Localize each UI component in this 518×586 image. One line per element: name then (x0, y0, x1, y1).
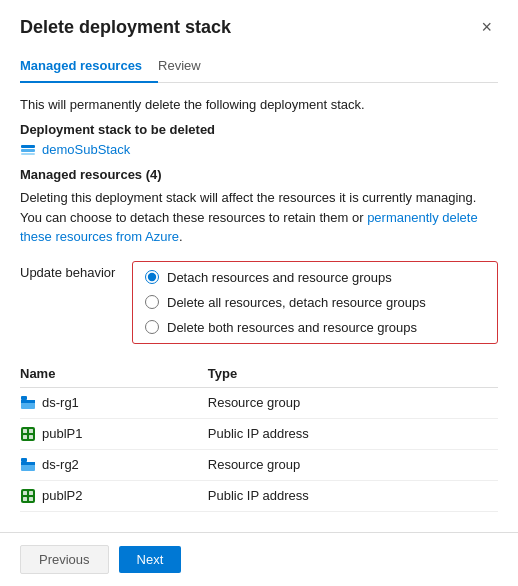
deployment-stack-name: demoSubStack (42, 142, 130, 157)
tab-review[interactable]: Review (158, 50, 217, 83)
next-button[interactable]: Next (119, 546, 182, 573)
table-row: ds-rg2Resource group (20, 449, 498, 480)
resource-type-cell: Public IP address (208, 480, 498, 511)
svg-rect-16 (29, 491, 33, 495)
svg-rect-6 (21, 427, 35, 441)
resource-name-cell: publP2 (20, 480, 208, 511)
resource-group-icon (20, 395, 36, 411)
dialog-body: This will permanently delete the followi… (0, 83, 518, 524)
svg-rect-18 (29, 497, 33, 501)
public-ip-icon (20, 426, 36, 442)
table-row: ds-rg1Resource group (20, 387, 498, 418)
dialog-header: Delete deployment stack × (0, 0, 518, 38)
svg-rect-3 (21, 396, 27, 400)
resource-name-cell: ds-rg2 (20, 449, 208, 480)
svg-rect-10 (29, 435, 33, 439)
svg-rect-9 (23, 435, 27, 439)
svg-rect-8 (29, 429, 33, 433)
resource-name-cell: publP1 (20, 418, 208, 449)
svg-rect-13 (21, 462, 35, 465)
resource-name-cell: ds-rg1 (20, 387, 208, 418)
resource-cell: publP1 (20, 426, 200, 442)
update-behavior-row: Update behavior Detach resources and res… (20, 261, 498, 344)
stack-icon (20, 141, 36, 157)
deployment-stack-link[interactable]: demoSubStack (20, 141, 498, 157)
table-row: publP1Public IP address (20, 418, 498, 449)
close-button[interactable]: × (475, 16, 498, 38)
resource-name: ds-rg2 (42, 457, 79, 472)
delete-deployment-stack-dialog: Delete deployment stack × Managed resour… (0, 0, 518, 586)
radio-delete-both-input[interactable] (145, 320, 159, 334)
resource-type-cell: Resource group (208, 449, 498, 480)
managed-resources-label: Managed resources (4) (20, 167, 498, 182)
warning-text: Deleting this deployment stack will affe… (20, 188, 498, 247)
col-type: Type (208, 360, 498, 388)
radio-detach-input[interactable] (145, 270, 159, 284)
svg-rect-0 (21, 145, 35, 148)
public-ip-icon (20, 488, 36, 504)
resource-cell: ds-rg2 (20, 457, 200, 473)
svg-rect-1 (21, 149, 35, 152)
info-text: This will permanently delete the followi… (20, 97, 498, 112)
radio-group: Detach resources and resource groups Del… (132, 261, 498, 344)
dialog-footer: Previous Next (0, 532, 518, 586)
update-behavior-label: Update behavior (20, 261, 120, 280)
svg-rect-14 (21, 489, 35, 503)
deployment-stack-section-label: Deployment stack to be deleted (20, 122, 498, 137)
resource-type-cell: Public IP address (208, 418, 498, 449)
radio-delete-all-input[interactable] (145, 295, 159, 309)
resource-type-cell: Resource group (208, 387, 498, 418)
resource-cell: ds-rg1 (20, 395, 200, 411)
col-name: Name (20, 360, 208, 388)
tab-managed-resources[interactable]: Managed resources (20, 50, 158, 83)
table-row: publP2Public IP address (20, 480, 498, 511)
svg-rect-2 (21, 153, 35, 155)
svg-rect-5 (21, 400, 35, 403)
svg-rect-11 (21, 458, 27, 462)
resources-table: Name Type ds-rg1Resource group publP1Pub… (20, 360, 498, 512)
radio-delete-both[interactable]: Delete both resources and resource group… (145, 320, 485, 335)
radio-detach[interactable]: Detach resources and resource groups (145, 270, 485, 285)
radio-delete-all[interactable]: Delete all resources, detach resource gr… (145, 295, 485, 310)
resource-name: publP1 (42, 426, 82, 441)
resource-name: publP2 (42, 488, 82, 503)
resource-cell: publP2 (20, 488, 200, 504)
dialog-title: Delete deployment stack (20, 17, 231, 38)
previous-button[interactable]: Previous (20, 545, 109, 574)
resource-name: ds-rg1 (42, 395, 79, 410)
svg-rect-7 (23, 429, 27, 433)
svg-rect-15 (23, 491, 27, 495)
tab-bar: Managed resources Review (20, 50, 498, 83)
svg-rect-17 (23, 497, 27, 501)
resource-group-icon (20, 457, 36, 473)
